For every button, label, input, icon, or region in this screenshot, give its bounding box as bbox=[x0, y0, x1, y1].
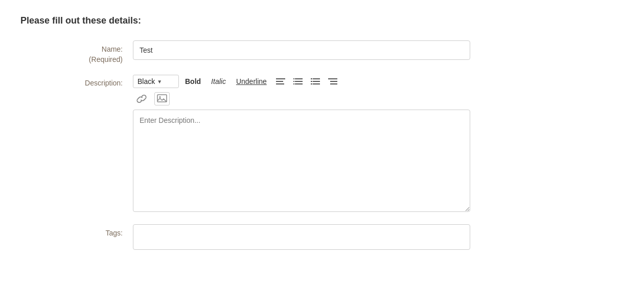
svg-rect-6 bbox=[293, 78, 294, 79]
tags-input-wrapper bbox=[133, 224, 470, 250]
description-editor: Black ▼ Bold Italic Underline bbox=[133, 75, 470, 214]
svg-rect-1 bbox=[276, 81, 283, 82]
svg-rect-13 bbox=[311, 81, 312, 82]
name-input-wrapper bbox=[133, 40, 470, 60]
svg-rect-12 bbox=[311, 78, 312, 79]
svg-rect-11 bbox=[313, 83, 320, 84]
name-label: Name:(Required) bbox=[20, 40, 133, 65]
svg-rect-8 bbox=[293, 83, 294, 84]
color-label: Black bbox=[137, 77, 155, 85]
color-dropdown[interactable]: Black ▼ bbox=[133, 75, 179, 88]
image-icon bbox=[157, 94, 167, 103]
svg-rect-2 bbox=[276, 83, 284, 84]
link-button[interactable] bbox=[133, 91, 150, 106]
page-title: Please fill out these details: bbox=[20, 15, 624, 26]
tags-input[interactable] bbox=[133, 224, 470, 250]
outdent-icon bbox=[311, 78, 320, 85]
svg-rect-17 bbox=[330, 83, 337, 84]
svg-rect-16 bbox=[330, 81, 337, 82]
chevron-down-icon: ▼ bbox=[157, 79, 162, 84]
svg-rect-9 bbox=[313, 78, 320, 79]
italic-button[interactable]: Italic bbox=[207, 75, 230, 88]
tags-label: Tags: bbox=[20, 224, 133, 239]
svg-rect-10 bbox=[313, 81, 320, 82]
svg-rect-15 bbox=[328, 78, 337, 79]
svg-rect-7 bbox=[293, 81, 294, 82]
svg-rect-3 bbox=[295, 78, 303, 79]
unordered-list-icon bbox=[276, 78, 285, 85]
svg-rect-5 bbox=[295, 83, 303, 84]
ordered-list-button[interactable] bbox=[290, 76, 306, 87]
tags-row: Tags: bbox=[20, 224, 624, 250]
bold-button[interactable]: Bold bbox=[181, 75, 205, 88]
description-toolbar: Black ▼ Bold Italic Underline bbox=[133, 75, 470, 88]
svg-point-19 bbox=[159, 96, 161, 98]
ordered-list-icon bbox=[293, 78, 303, 85]
underline-button[interactable]: Underline bbox=[232, 75, 271, 88]
indent-button[interactable] bbox=[325, 76, 340, 87]
description-label: Description: bbox=[20, 75, 133, 87]
svg-rect-4 bbox=[295, 81, 303, 82]
image-button[interactable] bbox=[154, 92, 170, 105]
description-toolbar-row2 bbox=[133, 91, 470, 106]
outdent-button[interactable] bbox=[308, 76, 323, 87]
svg-rect-0 bbox=[276, 78, 285, 79]
unordered-list-button[interactable] bbox=[273, 76, 288, 87]
description-row: Description: Black ▼ Bold Italic Underli… bbox=[20, 75, 624, 214]
name-row: Name:(Required) bbox=[20, 40, 624, 65]
description-textarea[interactable] bbox=[133, 110, 470, 212]
name-input[interactable] bbox=[133, 40, 470, 60]
link-icon bbox=[136, 93, 147, 104]
indent-icon bbox=[328, 78, 337, 85]
svg-rect-14 bbox=[311, 83, 312, 84]
